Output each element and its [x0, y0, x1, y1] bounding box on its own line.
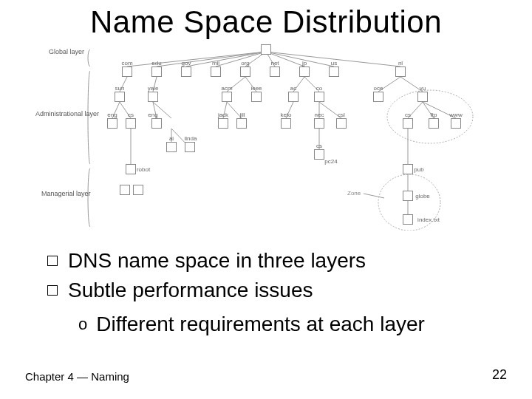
label: ac [290, 85, 296, 92]
node [251, 92, 262, 102]
layer-label-managerial: Managerial layer [41, 191, 91, 198]
bullet-level1: Subtle performance issues [47, 276, 505, 304]
label: pc24 [324, 158, 337, 165]
label: keto [280, 112, 291, 118]
node [166, 142, 177, 152]
node-tld [211, 66, 221, 77]
slide: Name Space Distribution [0, 0, 532, 399]
label: jack [218, 112, 228, 118]
label: eng [148, 112, 157, 118]
node [314, 149, 324, 160]
node-root [261, 44, 271, 55]
node [151, 118, 162, 129]
svg-line-2 [186, 52, 266, 66]
node [133, 185, 143, 195]
svg-line-38 [364, 194, 384, 198]
node [403, 164, 413, 174]
diagram-lines [53, 46, 479, 231]
node-tld [299, 66, 310, 77]
label-tld: gov [182, 60, 191, 66]
node-tld [151, 66, 162, 77]
node-tld [240, 66, 250, 77]
node [336, 118, 347, 129]
label: ai [169, 135, 174, 142]
bullet-text: Different requirements at each layer [96, 310, 425, 338]
node [222, 92, 232, 102]
label: eng [107, 112, 117, 118]
square-bullet-icon [47, 256, 58, 266]
node [126, 164, 136, 174]
node [288, 92, 299, 102]
node [373, 92, 383, 102]
label: cs [405, 112, 411, 118]
node-tld [395, 66, 406, 77]
node [314, 92, 324, 102]
node [403, 191, 413, 201]
node-tld [329, 66, 339, 77]
label: robot [137, 166, 150, 173]
node [115, 92, 125, 102]
node [107, 118, 117, 129]
label: cs [128, 112, 134, 118]
label: vu [420, 85, 426, 92]
label-tld: org [241, 60, 250, 66]
node [281, 118, 291, 129]
label: yale [148, 85, 159, 92]
label-tld: com [121, 60, 132, 66]
label: cs [316, 143, 322, 149]
label: nec [315, 112, 324, 118]
node [126, 118, 136, 129]
label: sun [115, 85, 125, 92]
bullet-level1: DNS name space in three layers [47, 247, 505, 275]
label-tld: net [270, 60, 279, 66]
label: pub [414, 166, 423, 173]
node [403, 214, 413, 225]
node-tld [122, 66, 132, 77]
node [429, 118, 439, 129]
label-tld: edu [151, 60, 161, 66]
label-tld: us [331, 60, 337, 66]
node [218, 118, 228, 129]
bullet-level2: o Different requirements at each layer [78, 310, 505, 338]
label-tld: mil [212, 60, 219, 66]
layer-label-admin: Administrational layer [35, 111, 99, 118]
label: ftp [431, 112, 437, 118]
label: co [316, 85, 322, 92]
zone-label: Zone [347, 190, 361, 197]
label: acm [221, 85, 232, 92]
node [417, 92, 428, 102]
node [314, 118, 324, 129]
node [185, 142, 195, 152]
label: ieee [250, 85, 262, 92]
label-tld: nl [398, 60, 403, 66]
node [120, 185, 130, 195]
label: index.txt [417, 216, 440, 223]
node [451, 118, 461, 129]
footer-page-number: 22 [492, 367, 507, 383]
node [148, 92, 158, 102]
circle-bullet-icon: o [78, 313, 87, 335]
label: jill [239, 112, 245, 118]
square-bullet-icon [47, 285, 58, 296]
label: csl [338, 112, 345, 118]
label-tld: jp [302, 60, 307, 66]
layer-label-global: Global layer [49, 49, 84, 56]
node [236, 118, 247, 129]
node-tld [181, 66, 191, 77]
label: linda [185, 135, 197, 142]
bullet-list: DNS name space in three layers Subtle pe… [47, 247, 505, 338]
node-tld [270, 66, 280, 77]
bullet-text: Subtle performance issues [68, 276, 313, 304]
dns-tree-diagram: Global layer Administrational layer Mana… [53, 46, 479, 231]
label: www [449, 112, 462, 118]
page-title: Name Space Distribution [0, 4, 532, 40]
footer-chapter: Chapter 4 — Naming [25, 370, 129, 383]
label: oce [374, 85, 383, 92]
bullet-text: DNS name space in three layers [68, 247, 366, 275]
node [403, 118, 413, 129]
label: globe [415, 193, 430, 200]
